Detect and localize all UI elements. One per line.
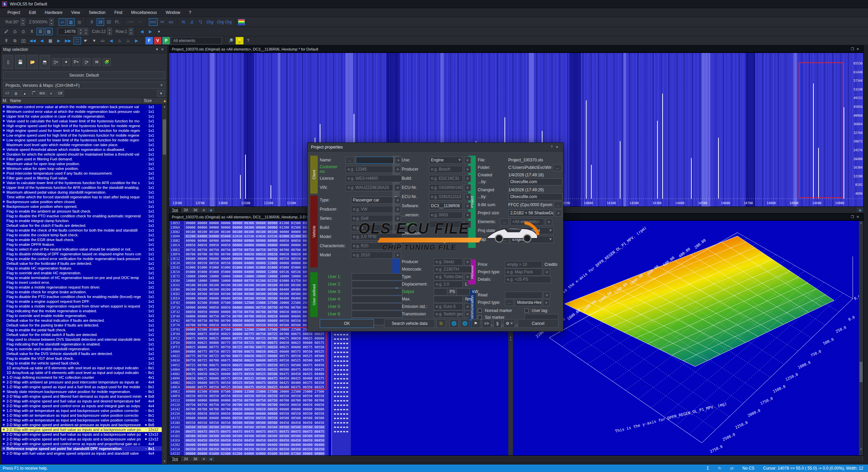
hex-value[interactable]: 00650 (255, 252, 267, 256)
map-3d-view[interactable]: 200.00400.00600.00800.001000.001200.0014… (514, 221, 860, 456)
hex-value[interactable]: 00350 (278, 447, 290, 451)
new-doc-icon[interactable]: ▯+ (52, 58, 60, 66)
list-item[interactable]: Flag to enable the control error verific… (1, 256, 162, 261)
expand-button[interactable]: > (464, 175, 471, 182)
name-expand-button[interactable]: > (395, 157, 402, 164)
hex-value[interactable]: 00700 (290, 306, 302, 309)
hex-value[interactable]: 00450 (290, 421, 302, 425)
hex-value[interactable]: 00650 (208, 323, 220, 327)
hex-value[interactable]: 00850 (185, 243, 197, 247)
hex-value[interactable]: 00000 (278, 230, 290, 234)
session-bar[interactable]: Session: Default (3, 72, 165, 79)
list-item[interactable]: ✱Filter gain used in filtering Fuel dema… (1, 157, 162, 161)
hex-row[interactable]: 141EA00450004500045000450004500045000450… (169, 438, 329, 442)
printer-icon[interactable]: ⎙ (20, 28, 27, 35)
prev-map-icon[interactable]: ◀ (38, 37, 45, 44)
hex-value[interactable]: 00650 (267, 252, 279, 256)
hex-value[interactable]: 00800 (255, 243, 267, 247)
list-item[interactable]: Flag to enable integral clamp function.·… (1, 218, 162, 223)
close-window2-icon[interactable]: ✕ (855, 215, 861, 219)
list-item[interactable]: Flag to disable inhibiting of DPF regene… (1, 252, 162, 256)
filter-x[interactable]: ▥ (12, 90, 20, 97)
ecu-nr1-input[interactable]: e.g. 03G906016GN (429, 184, 463, 191)
vehicle-type-input[interactable]: Passenger car (351, 197, 393, 204)
hex-value[interactable]: 00600 (185, 416, 197, 420)
hex-value[interactable]: 00700 (314, 398, 326, 402)
hex-value[interactable]: 00475 (197, 430, 209, 433)
engine-emission-input[interactable]: e.g. Euro 5 (434, 303, 463, 310)
hex-value[interactable]: 00700 (232, 314, 243, 318)
hex-value[interactable]: 00500 (232, 292, 243, 296)
hex-row[interactable]: 1412A00750007500075000750007000070000700… (169, 402, 329, 407)
list-item[interactable]: Flag to enable the ambient air pressure … (1, 209, 162, 214)
hex-value[interactable]: 20000 (278, 301, 290, 304)
row-layout-icon[interactable]: ☰ (37, 28, 44, 35)
hex-value[interactable]: 00100 (220, 283, 232, 287)
hex-value[interactable]: 00750 (255, 398, 267, 402)
hex-value[interactable]: 00700 (220, 319, 232, 322)
original-icon[interactable]: Org (205, 18, 215, 26)
list-item[interactable]: ✱Post intercooler temperature used if an… (1, 171, 162, 176)
hex-value[interactable]: 00300 (255, 288, 267, 291)
hex-value[interactable]: 10000 (290, 274, 302, 278)
hex-value[interactable]: 00100 (185, 230, 197, 234)
hex-value[interactable]: 00750 (208, 403, 220, 407)
hex-value[interactable]: 00500 (278, 416, 290, 420)
hex-value[interactable]: 00700 (208, 252, 220, 256)
hex-value[interactable]: 00550 (278, 394, 290, 398)
hex-value[interactable]: 12000 (267, 270, 279, 274)
matrix-view-icon[interactable]: ▦ (76, 18, 83, 26)
potential-map-icon[interactable]: ▼ (91, 37, 98, 44)
hex-value[interactable]: 00350 (197, 447, 209, 451)
hex-value[interactable]: 01500 (255, 279, 267, 282)
hex-row[interactable]: 13D5200000000000000000000000000030000600… (169, 221, 329, 225)
hex-value[interactable]: 00500 (220, 425, 232, 429)
hex-value[interactable]: 00750 (267, 248, 279, 252)
hex-value[interactable]: 00650 (243, 319, 255, 322)
ecu-nr2-input[interactable]: e.g. 0281012113 (429, 193, 463, 200)
hex-value[interactable]: 00450 (255, 438, 267, 442)
hex-value[interactable]: 00550 (290, 257, 302, 260)
hex-row[interactable]: 13EEA00600006000060000600005000050000500… (169, 296, 329, 300)
hex-value[interactable]: 00400 (255, 443, 267, 447)
hex-value[interactable]: 00100 (243, 283, 255, 287)
hex-value[interactable]: 00550 (278, 257, 290, 260)
hex-value[interactable]: 00500 (290, 323, 302, 327)
hex-value[interactable]: 00450 (278, 421, 290, 425)
hex-value[interactable]: 00100 (185, 283, 197, 287)
comm-type-browse-button[interactable]: ... (505, 299, 514, 306)
hex-value[interactable]: 00350 (255, 447, 267, 451)
hex-value[interactable]: 02400 (290, 234, 302, 238)
filter-x[interactable]: ≡ (47, 90, 55, 97)
hex-value[interactable]: 00475 (290, 430, 302, 433)
hex-value[interactable]: 00200 (220, 288, 232, 291)
hex-value[interactable]: 00750 (232, 248, 243, 252)
print-preview-icon[interactable]: ⎙ (11, 28, 19, 35)
hex-value[interactable]: 00600 (314, 407, 326, 411)
hex-value[interactable]: 07200 (290, 452, 302, 455)
hex-value[interactable]: 00750 (220, 248, 232, 252)
list-item[interactable]: ✱1-D map defining increment for HC colle… (1, 375, 162, 380)
hex-row[interactable]: 13E5A05000050000500005000000000400008000… (169, 270, 329, 274)
hex-value[interactable]: 05600 (267, 452, 279, 455)
list-item[interactable]: Default value for the clutch if faults a… (1, 223, 162, 228)
hex-value[interactable]: 00500 (302, 425, 314, 429)
hex-row[interactable]: 141D200500005000050000500005000050000500… (169, 434, 329, 438)
hex-value[interactable]: 00550 (220, 261, 232, 265)
list-item[interactable]: ✱Upper limit of the hysteresis function … (1, 185, 162, 190)
expand-button[interactable]: > (394, 184, 401, 191)
restore-window2-icon[interactable]: ❐ (850, 215, 855, 219)
expand-button[interactable]: > (464, 221, 471, 228)
export-excel-icon[interactable]: X (28, 28, 36, 35)
list-item[interactable]: Default value for the footbrake if fault… (1, 261, 162, 266)
hex-value[interactable]: 00500 (255, 296, 267, 300)
hex-value[interactable]: 17500 (267, 390, 279, 393)
byte-order-icon[interactable]: LOHI (126, 18, 135, 26)
hex-value[interactable]: 00600 (255, 319, 267, 322)
hex-value[interactable]: 00600 (243, 412, 255, 415)
vehicle-model-input[interactable]: e.g. 2.0 TFSI (351, 233, 402, 240)
scroll-up-icon[interactable]: ▲ (162, 104, 167, 109)
hex-value[interactable]: 00475 (243, 430, 255, 433)
elements-filter-input[interactable]: All elements (171, 37, 222, 44)
hex-value[interactable]: 01000 (220, 266, 232, 269)
